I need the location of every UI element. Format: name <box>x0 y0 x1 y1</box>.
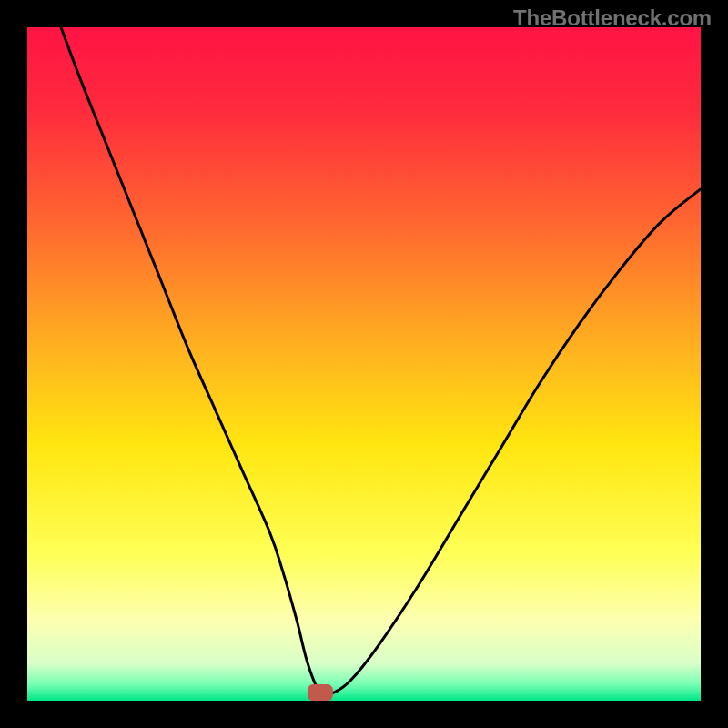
gradient-background <box>27 27 701 701</box>
bottleneck-chart <box>27 27 701 701</box>
chart-container: TheBottleneck.com <box>0 0 728 728</box>
optimal-marker <box>308 684 333 701</box>
